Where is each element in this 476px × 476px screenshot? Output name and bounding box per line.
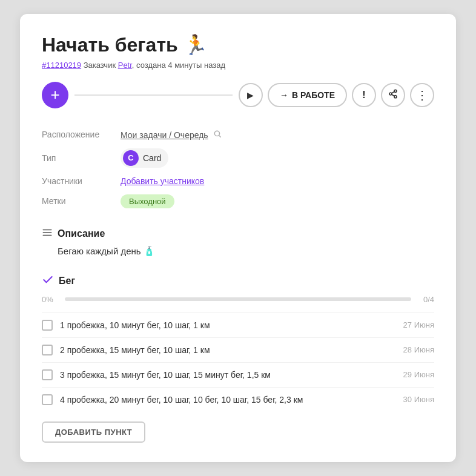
title-row: Начать бегать 🏃 (42, 33, 434, 56)
tags-label: Метки (42, 190, 121, 213)
type-label: Тип (42, 144, 121, 172)
description-icon (42, 227, 53, 241)
checklist-checkbox-1[interactable] (42, 345, 53, 355)
participants-label: Участники (42, 172, 121, 190)
checklist-checkbox-0[interactable] (42, 320, 53, 331)
add-participants-link[interactable]: Добавить участников (121, 176, 204, 186)
more-button[interactable]: ⋮ (410, 83, 434, 107)
type-icon: C (123, 150, 139, 166)
svg-line-6 (219, 135, 220, 137)
share-button[interactable] (381, 83, 405, 107)
checklist-item-text-3: 4 пробежка, 20 минут бег, 10 шаг, 10 бег… (60, 395, 396, 405)
play-button[interactable]: ▶ (239, 83, 263, 107)
toolbar-actions: ▶ → В РАБОТЕ ! ⋮ (239, 83, 434, 107)
status-arrow: → (280, 90, 288, 100)
checklist-header: Бег (42, 274, 434, 289)
checklist-items: 1 пробежка, 10 минут бег, 10 шаг, 1 км 2… (42, 312, 434, 412)
tag-badge[interactable]: Выходной (121, 194, 174, 208)
task-title: Начать бегать 🏃 (42, 33, 208, 56)
svg-line-4 (392, 91, 395, 93)
task-subtitle: #11210219 Заказчик Petr, создана 4 минут… (42, 61, 434, 70)
checklist-icon (42, 274, 54, 289)
checklist-checkbox-2[interactable] (42, 369, 53, 380)
subtitle-text: Заказчик Petr, создана 4 минуты назад (84, 61, 225, 70)
checklist-item: 1 пробежка, 10 минут бег, 10 шаг, 1 км 2… (42, 312, 434, 337)
checklist-item: 2 пробежка, 15 минут бег, 10 шаг, 1 км 2… (42, 337, 434, 362)
location-value: Мои задачи / Очередь (121, 125, 434, 144)
type-badge[interactable]: C Card (121, 148, 168, 168)
meta-row-participants: Участники Добавить участников (42, 172, 434, 190)
status-button[interactable]: → В РАБОТЕ (268, 83, 347, 107)
meta-row-tags: Метки Выходной (42, 190, 434, 213)
search-icon[interactable] (213, 130, 222, 140)
checklist-item: 3 пробежка, 15 минут бег, 10 шаг, 15 мин… (42, 362, 434, 387)
progress-count: 0/4 (417, 295, 434, 304)
author-link[interactable]: Petr (118, 61, 132, 70)
add-button[interactable]: + (42, 82, 68, 108)
progress-bar-background (65, 297, 411, 301)
alert-icon: ! (362, 90, 365, 101)
add-item-button[interactable]: ДОБАВИТЬ ПУНКТ (42, 421, 145, 443)
checklist-item-date-3: 30 Июня (403, 395, 434, 404)
checklist-item: 4 пробежка, 20 минут бег, 10 шаг, 10 бег… (42, 387, 434, 412)
participants-value: Добавить участников (121, 172, 434, 190)
status-label: В РАБОТЕ (292, 90, 335, 100)
type-value: C Card (121, 144, 434, 172)
toolbar: + ▶ → В РАБОТЕ ! (42, 82, 434, 108)
description-title: Описание (58, 228, 105, 239)
checklist-title: Бег (59, 276, 75, 286)
description-section-header: Описание (42, 227, 434, 241)
description-text: Бегаю каждый день 🧴 (58, 246, 434, 257)
alert-button[interactable]: ! (352, 83, 376, 107)
toolbar-divider (74, 94, 233, 96)
checklist-item-text-2: 3 пробежка, 15 минут бег, 10 шаг, 15 мин… (60, 370, 396, 380)
checklist-checkbox-3[interactable] (42, 394, 53, 405)
progress-row: 0% 0/4 (42, 295, 434, 304)
checklist-item-text-1: 2 пробежка, 15 минут бег, 10 шаг, 1 км (60, 345, 396, 355)
task-card: Начать бегать 🏃 #11210219 Заказчик Petr,… (20, 14, 456, 461)
type-text: Card (143, 153, 161, 163)
meta-table: Расположение Мои задачи / Очередь Тип C … (42, 125, 434, 213)
svg-line-3 (392, 94, 395, 96)
meta-row-type: Тип C Card (42, 144, 434, 172)
location-label: Расположение (42, 125, 121, 144)
checklist-item-date-0: 27 Июня (403, 320, 434, 329)
play-icon: ▶ (247, 90, 254, 100)
tags-value: Выходной (121, 190, 434, 213)
location-link[interactable]: Мои задачи / Очередь (121, 130, 208, 140)
meta-row-location: Расположение Мои задачи / Очередь (42, 125, 434, 144)
more-icon: ⋮ (416, 89, 428, 101)
checklist-item-date-2: 29 Июня (403, 370, 434, 379)
checklist-item-text-0: 1 пробежка, 10 минут бег, 10 шаг, 1 км (60, 320, 396, 330)
checklist-item-date-1: 28 Июня (403, 345, 434, 354)
progress-label: 0% (42, 295, 59, 304)
share-icon (388, 89, 398, 101)
task-id-link[interactable]: #11210219 (42, 61, 81, 70)
